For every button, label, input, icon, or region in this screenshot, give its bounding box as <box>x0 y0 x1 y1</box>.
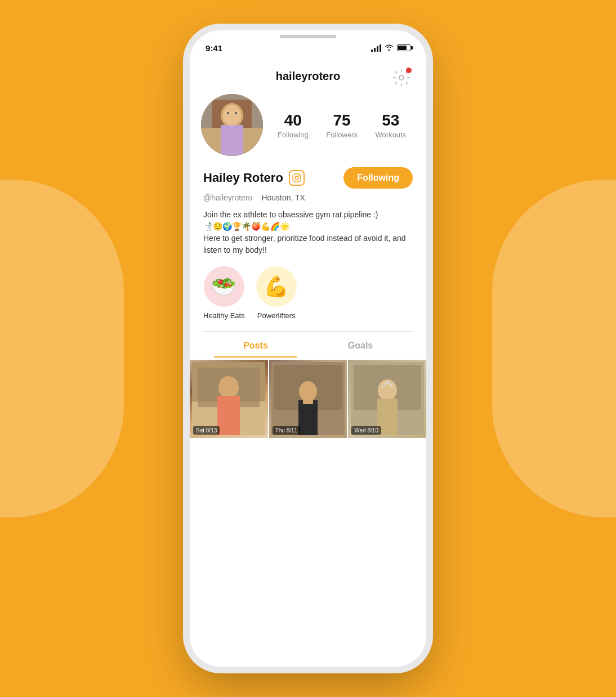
workouts-count: 53 <box>382 111 399 129</box>
post-thumb-3[interactable]: Wed 8/10 <box>348 360 426 438</box>
phone-notch <box>280 35 336 38</box>
community-powerlifters[interactable]: 💪 Powerlifters <box>256 266 297 320</box>
bio-line1: Join the ex athlete to obsessive gym rat… <box>203 210 378 219</box>
svg-point-10 <box>295 176 298 180</box>
post-thumb-1[interactable]: Sat 8/13 <box>190 360 268 438</box>
profile-handle-row: @haileyrotero Houston, TX <box>203 193 413 202</box>
bg-shape-right <box>492 180 616 517</box>
svg-point-8 <box>235 112 237 114</box>
profile-location: Houston, TX <box>261 193 305 202</box>
stats-numbers: 40 Following 75 Followers 53 Workouts <box>269 111 415 139</box>
wifi-icon <box>385 43 394 52</box>
profile-name-group: Hailey Rotero <box>203 170 305 186</box>
notification-dot <box>406 68 412 73</box>
post-2-date: Thu 8/11 <box>273 426 300 435</box>
status-time: 9:41 <box>206 43 222 53</box>
healthy-eats-emoji: 🥗 <box>211 275 236 298</box>
powerlifters-icon-circle: 💪 <box>256 266 297 307</box>
profile-stats-row: 40 Following 75 Followers 53 Workouts <box>190 88 426 167</box>
profile-name-row: Hailey Rotero Following <box>203 167 413 189</box>
svg-rect-21 <box>303 387 313 404</box>
profile-display-name: Hailey Rotero <box>203 171 283 185</box>
profile-header: haileyrotero <box>190 59 426 88</box>
post-1-date: Sat 8/13 <box>193 426 220 435</box>
signal-bars-icon <box>371 44 381 52</box>
svg-point-6 <box>223 105 241 126</box>
svg-point-11 <box>298 175 300 176</box>
following-label: Following <box>278 131 309 139</box>
svg-point-15 <box>218 376 239 399</box>
post-thumb-2[interactable]: Thu 8/11 <box>269 360 347 438</box>
healthy-eats-label: Healthy Eats <box>203 311 245 320</box>
tabs-row: Posts Goals <box>190 332 426 358</box>
profile-username: haileyrotero <box>276 70 340 83</box>
svg-point-24 <box>378 379 397 401</box>
communities-row: 🥗 Healthy Eats 💪 Powerlifters <box>190 266 426 320</box>
phone-frame: 9:41 <box>190 30 426 667</box>
phone-content: haileyrotero <box>190 59 426 667</box>
stat-following[interactable]: 40 Following <box>278 111 309 139</box>
followers-count: 75 <box>333 111 351 129</box>
bg-shape-left <box>0 180 124 517</box>
avatar-image <box>201 94 263 156</box>
community-healthy-eats[interactable]: 🥗 Healthy Eats <box>203 266 245 320</box>
settings-button[interactable] <box>392 69 413 89</box>
healthy-eats-icon-circle: 🥗 <box>204 266 244 307</box>
powerlifters-emoji: 💪 <box>264 275 289 298</box>
posts-grid: Sat 8/13 Thu 8/11 <box>190 358 426 440</box>
profile-info: Hailey Rotero Following @haileyrotero <box>190 167 426 256</box>
workouts-label: Workouts <box>376 131 407 139</box>
svg-rect-9 <box>293 174 301 182</box>
tab-goals[interactable]: Goals <box>308 332 413 358</box>
outer-background: 9:41 <box>0 0 616 697</box>
stat-followers[interactable]: 75 Followers <box>326 111 358 139</box>
svg-rect-5 <box>221 125 243 156</box>
svg-rect-20 <box>298 400 318 435</box>
followers-label: Followers <box>326 131 358 139</box>
profile-bio: Join the ex athlete to obsessive gym rat… <box>203 209 413 256</box>
tab-posts[interactable]: Posts <box>203 332 308 358</box>
svg-point-7 <box>227 112 229 114</box>
instagram-link-button[interactable] <box>289 170 305 186</box>
settings-gear-icon <box>392 69 410 91</box>
bio-line2: Here to get stronger, prioritize food in… <box>203 234 406 254</box>
battery-icon <box>397 44 410 51</box>
profile-handle: @haileyrotero <box>203 193 252 202</box>
profile-avatar <box>201 94 263 156</box>
following-count: 40 <box>284 111 302 129</box>
powerlifters-label: Powerlifters <box>257 311 296 320</box>
follow-button[interactable]: Following <box>343 167 413 189</box>
svg-rect-16 <box>217 396 240 435</box>
status-icons <box>371 43 410 52</box>
stat-workouts[interactable]: 53 Workouts <box>376 111 407 139</box>
bio-emojis: 🤺😌🌍🏆🌴🍑💪🌈🌟 <box>203 222 289 231</box>
post-3-date: Wed 8/10 <box>351 426 381 435</box>
